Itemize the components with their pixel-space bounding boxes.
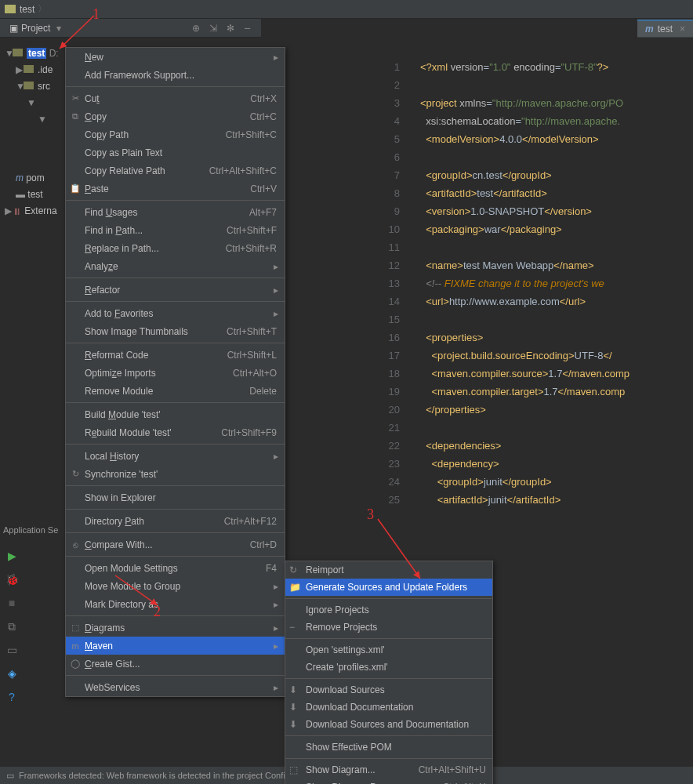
menu-item[interactable]: Remove ModuleDelete [66, 382, 285, 400]
menu-item[interactable]: Copy as Plain Text [66, 143, 285, 162]
submenu-item[interactable]: ⬇Download Sources and Documentation [285, 716, 492, 733]
editor-tab-label: test [658, 24, 673, 34]
menu-item[interactable]: Find in Path...Ctrl+Shift+F [66, 221, 285, 239]
menu-item[interactable]: ↻Synchronize 'test' [66, 465, 285, 483]
status-icon: ▭ [6, 771, 14, 781]
menu-item[interactable]: Open Module SettingsF4 [66, 559, 285, 577]
project-view-icon: ▣ [9, 23, 18, 34]
debug-icon[interactable]: 🐞 [0, 568, 24, 591]
editor-tab[interactable]: m test × [637, 20, 693, 37]
menu-item[interactable]: Analyze▸ [66, 257, 285, 275]
tool-window-label[interactable]: Project [21, 23, 50, 34]
submenu-item[interactable]: ⬇Download Documentation [285, 699, 492, 716]
menu-item[interactable]: Copy PathCtrl+Shift+C [66, 125, 285, 143]
menu-item[interactable]: Copy Relative PathCtrl+Alt+Shift+C [66, 162, 285, 180]
editor-code[interactable]: <?xml version="1.0" encoding="UTF-8"?> <… [420, 58, 630, 509]
submenu-item[interactable]: Create 'profiles.xml' [285, 659, 492, 676]
help-icon[interactable]: ? [0, 685, 24, 709]
menu-item[interactable]: Add to Favorites▸ [66, 304, 285, 322]
menu-item[interactable]: ⎋Compare With...Ctrl+D [66, 535, 285, 554]
menu-item[interactable]: Optimize ImportsCtrl+Alt+O [66, 364, 285, 382]
collapse-icon[interactable]: ⇲ [208, 23, 219, 34]
layout-icon[interactable]: ▭ [0, 638, 24, 662]
run-toolbar: ▶ 🐞 ■ ⧉ ▭ ◈ ? [0, 544, 24, 709]
menu-item[interactable]: Mark Directory as▸ [66, 595, 285, 613]
run-icon[interactable]: ▶ [0, 544, 24, 568]
maven-file-icon: m [645, 24, 654, 34]
menu-item[interactable]: WebServices▸ [66, 678, 285, 696]
submenu-item[interactable]: Ignore Projects [285, 601, 492, 619]
breadcrumb: test 〉 [0, 0, 693, 19]
menu-item[interactable]: mMaven▸ [66, 637, 285, 655]
menu-item[interactable]: Reformat CodeCtrl+Shift+L [66, 346, 285, 364]
menu-item[interactable]: Show in Explorer [66, 488, 285, 506]
menu-item[interactable]: New▸ [66, 48, 285, 66]
close-icon[interactable]: × [680, 24, 685, 34]
menu-item[interactable]: ✂CutCtrl+X [66, 89, 285, 107]
diamond-icon[interactable]: ◈ [0, 662, 24, 685]
stop-icon[interactable]: ■ [0, 591, 24, 615]
breadcrumb-project[interactable]: test [20, 4, 34, 15]
annotation-3: 3 [367, 506, 374, 523]
menu-item[interactable]: Show Image ThumbnailsCtrl+Shift+T [66, 322, 285, 340]
submenu-item[interactable]: 📁Generate Sources and Update Folders [285, 579, 492, 596]
submenu-item[interactable]: ⬚Show Diagram Popup...Ctrl+Alt+U [285, 779, 492, 784]
menu-item[interactable]: ⧉CopyCtrl+C [66, 107, 285, 125]
gear-icon[interactable]: ✻ [225, 23, 236, 34]
menu-item[interactable]: Add Framework Support... [66, 66, 285, 84]
menu-item[interactable]: 📋PasteCtrl+V [66, 180, 285, 198]
menu-item[interactable]: Directory PathCtrl+Alt+F12 [66, 512, 285, 530]
submenu-item[interactable]: −Remove Projects [285, 619, 492, 636]
maven-submenu: ↻Reimport📁Generate Sources and Update Fo… [285, 561, 493, 784]
menu-item[interactable]: Replace in Path...Ctrl+Shift+R [66, 239, 285, 257]
hide-icon[interactable]: ⎼ [242, 23, 253, 34]
settings-icon[interactable]: ⧉ [0, 615, 24, 638]
target-icon[interactable]: ⊕ [190, 23, 201, 34]
submenu-item[interactable]: ⬚Show Diagram...Ctrl+Alt+Shift+U [285, 761, 492, 779]
app-servers-label: Application Se [0, 525, 58, 535]
menu-item[interactable]: Move Module to Group▸ [66, 577, 285, 595]
chevron-down-icon[interactable]: ▾ [56, 23, 61, 34]
menu-item[interactable]: Build Module 'test' [66, 405, 285, 423]
code-editor[interactable]: 1234567891011121314151617181920212223242… [376, 58, 693, 517]
submenu-item[interactable]: ⬇Download Sources [285, 681, 492, 699]
menu-item[interactable]: Rebuild Module 'test'Ctrl+Shift+F9 [66, 423, 285, 441]
submenu-item[interactable]: ↻Reimport [285, 561, 492, 579]
menu-item[interactable]: ⬚Diagrams▸ [66, 619, 285, 637]
menu-item[interactable]: ◯Create Gist... [66, 655, 285, 673]
editor-gutter: 1234567891011121314151617181920212223242… [376, 58, 409, 509]
context-menu: New▸Add Framework Support...✂CutCtrl+X⧉C… [65, 47, 285, 697]
chevron-right-icon: 〉 [38, 2, 47, 16]
submenu-item[interactable]: Show Effective POM [285, 739, 492, 756]
submenu-item[interactable]: Open 'settings.xml' [285, 641, 492, 659]
folder-icon [5, 5, 16, 13]
menu-item[interactable]: Refactor▸ [66, 281, 285, 299]
menu-item[interactable]: Find UsagesAlt+F7 [66, 203, 285, 221]
menu-item[interactable]: Local History▸ [66, 447, 285, 465]
project-tree[interactable]: ▼test D: ▶.ide ▼src ▼ ▼ m pom ▬ test ▶⫼ … [5, 45, 59, 220]
